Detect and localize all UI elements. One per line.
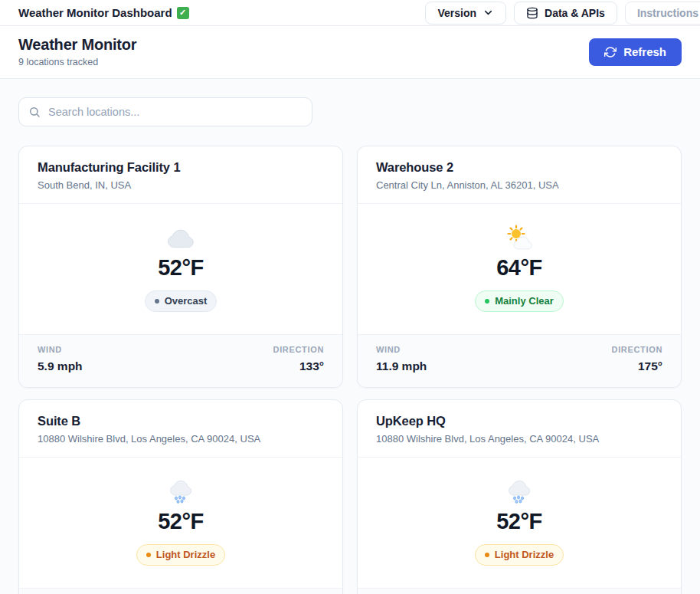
search-input[interactable] [18, 97, 312, 126]
version-label: Version [437, 7, 476, 19]
wind-value: 11.9 mph [376, 359, 427, 373]
status-badge: Light Drizzle [475, 544, 564, 566]
status-dot-icon [485, 299, 489, 304]
wind-metric: WIND 11.9 mph [376, 345, 427, 373]
wind-metric: WIND 5.9 mph [38, 345, 83, 373]
direction-label: DIRECTION [612, 345, 662, 354]
rain-cloud-icon [505, 477, 533, 505]
direction-value: 175° [612, 359, 662, 373]
card-footer: WIND 0.7 mph DIRECTION 115° [19, 588, 342, 594]
condition-label: Light Drizzle [156, 549, 215, 560]
location-name: UpKeep HQ [376, 414, 662, 428]
status-badge: Overcast [145, 290, 218, 312]
card-body: 52°F Light Drizzle [358, 458, 681, 588]
search-icon [28, 106, 41, 118]
weather-card: Suite B 10880 Wilshire Blvd, Los Angeles… [18, 399, 343, 594]
status-dot-icon [155, 299, 159, 304]
locations-grid: Manufacturing Facility 1 South Bend, IN,… [18, 146, 682, 594]
wind-label: WIND [376, 345, 427, 354]
rain-cloud-icon [167, 477, 195, 505]
location-address: 10880 Wilshire Blvd, Los Angeles, CA 900… [376, 433, 662, 445]
status-badge: Light Drizzle [136, 544, 225, 566]
instructions-button[interactable]: Instructions [625, 2, 700, 25]
data-apis-label: Data & APIs [545, 7, 605, 19]
page-title: Weather Monitor [18, 36, 136, 54]
temperature: 64°F [496, 255, 542, 281]
location-name: Manufacturing Facility 1 [38, 160, 324, 175]
condition-label: Light Drizzle [495, 549, 554, 560]
card-header: UpKeep HQ 10880 Wilshire Blvd, Los Angel… [358, 400, 681, 458]
card-header: Suite B 10880 Wilshire Blvd, Los Angeles… [19, 400, 342, 458]
card-footer: WIND 11.9 mph DIRECTION 175° [358, 334, 681, 387]
card-body: 52°F Overcast [19, 204, 342, 334]
direction-value: 133° [273, 359, 324, 373]
temperature: 52°F [158, 255, 204, 281]
refresh-icon [604, 46, 617, 58]
search-bar [18, 97, 312, 126]
location-name: Suite B [38, 414, 324, 428]
location-address: Central City Ln, Anniston, AL 36201, USA [376, 179, 662, 191]
weather-icon [505, 477, 533, 506]
main-content: Manufacturing Facility 1 South Bend, IN,… [0, 79, 700, 594]
weather-card: Warehouse 2 Central City Ln, Anniston, A… [357, 146, 682, 388]
locations-count: 9 locations tracked [18, 57, 136, 67]
card-header: Warehouse 2 Central City Ln, Anniston, A… [358, 146, 681, 204]
location-address: 10880 Wilshire Blvd, Los Angeles, CA 900… [38, 433, 324, 445]
card-footer: WIND 5.9 mph DIRECTION 133° [19, 334, 342, 387]
page-header-text: Weather Monitor 9 locations tracked [18, 36, 136, 67]
weather-icon [167, 223, 195, 252]
weather-card: UpKeep HQ 10880 Wilshire Blvd, Los Angel… [357, 399, 682, 594]
status-dot-icon [146, 553, 151, 557]
app-title: Weather Monitor Dashboard [18, 6, 189, 19]
version-dropdown[interactable]: Version [425, 2, 506, 25]
temperature: 52°F [158, 509, 204, 534]
card-header: Manufacturing Facility 1 South Bend, IN,… [19, 146, 342, 204]
location-name: Warehouse 2 [376, 160, 662, 175]
direction-metric: DIRECTION 133° [273, 345, 324, 373]
refresh-button[interactable]: Refresh [589, 38, 682, 66]
sun-behind-cloud-icon [505, 224, 533, 251]
status-badge: Mainly Clear [475, 290, 564, 312]
card-body: 64°F Mainly Clear [358, 204, 681, 334]
refresh-label: Refresh [623, 45, 666, 58]
card-footer: WIND 0.7 mph DIRECTION 115° [358, 588, 681, 594]
card-body: 52°F Light Drizzle [19, 458, 342, 588]
temperature: 52°F [496, 509, 542, 534]
chevron-down-icon [482, 7, 494, 18]
page-header: Weather Monitor 9 locations tracked Refr… [0, 26, 700, 79]
direction-metric: DIRECTION 175° [612, 345, 662, 373]
wind-value: 5.9 mph [38, 359, 83, 373]
condition-label: Overcast [165, 295, 208, 307]
condition-label: Mainly Clear [495, 295, 554, 307]
topbar-actions: Version Data & APIs Instructions [425, 2, 700, 25]
app-title-text: Weather Monitor Dashboard [18, 6, 172, 19]
direction-label: DIRECTION [273, 345, 324, 354]
weather-card: Manufacturing Facility 1 South Bend, IN,… [18, 146, 343, 388]
data-apis-button[interactable]: Data & APIs [514, 2, 617, 25]
weather-icon [167, 477, 195, 506]
instructions-label: Instructions [637, 7, 698, 19]
topbar: Weather Monitor Dashboard Version Data &… [0, 0, 700, 26]
database-icon [526, 7, 538, 19]
cloud-icon [167, 224, 195, 251]
location-address: South Bend, IN, USA [38, 179, 324, 191]
wind-label: WIND [38, 345, 83, 354]
status-dot-icon [485, 553, 489, 557]
weather-icon [505, 223, 533, 252]
check-icon [177, 7, 189, 19]
